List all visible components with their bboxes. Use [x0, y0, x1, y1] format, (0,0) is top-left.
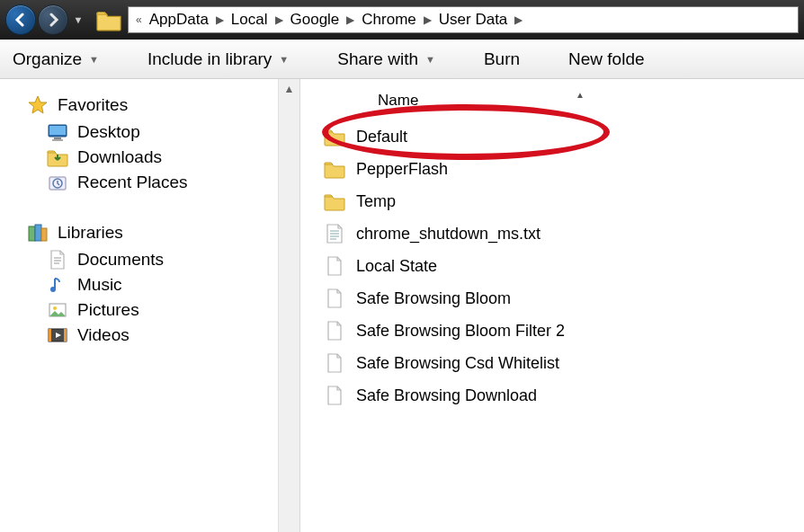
column-header-name[interactable]: Name ▲	[324, 86, 804, 120]
folder-icon	[95, 8, 122, 31]
share-with-button[interactable]: Share with▼	[337, 49, 435, 69]
libraries-icon	[27, 223, 49, 243]
sidebar-item-label: Music	[77, 275, 122, 295]
file-name: Safe Browsing Download	[356, 386, 537, 405]
chevron-right-icon: ▶	[514, 13, 523, 26]
chevron-down-icon: ▼	[89, 54, 99, 65]
file-row[interactable]: Local State	[324, 250, 804, 282]
breadcrumb-item[interactable]: Local	[226, 11, 273, 29]
arrow-left-icon	[13, 13, 28, 27]
desktop-icon	[47, 122, 68, 142]
sidebar-item-music[interactable]: Music	[47, 275, 269, 295]
burn-button[interactable]: Burn	[484, 49, 520, 69]
file-row[interactable]: Temp	[324, 185, 804, 217]
star-icon	[27, 95, 49, 115]
file-row[interactable]: chrome_shutdown_ms.txt	[324, 217, 804, 250]
command-toolbar: Organize▼ Include in library▼ Share with…	[0, 40, 804, 79]
file-icon	[324, 321, 345, 341]
pictures-icon	[47, 300, 68, 320]
chevron-down-icon: ▼	[279, 54, 289, 65]
column-header-label: Name	[378, 92, 418, 109]
downloads-icon	[47, 147, 68, 167]
file-name: Local State	[356, 257, 437, 276]
file-name: PepperFlash	[356, 160, 448, 179]
file-icon	[324, 288, 345, 308]
file-row[interactable]: PepperFlash	[324, 153, 804, 185]
file-name: Default	[356, 128, 407, 146]
history-dropdown[interactable]: ▼	[70, 4, 86, 35]
sidebar-item-label: Downloads	[77, 147, 162, 167]
file-row[interactable]: Safe Browsing Download	[324, 379, 804, 412]
breadcrumb[interactable]: « AppData▶ Local▶ Google▶ Chrome▶ User D…	[128, 6, 799, 33]
chevron-right-icon: ▶	[216, 13, 224, 26]
sidebar-item-videos[interactable]: Videos	[47, 325, 269, 345]
breadcrumb-item[interactable]: Chrome	[356, 11, 421, 29]
chevron-right-icon: ▶	[424, 13, 432, 26]
file-row[interactable]: Safe Browsing Bloom	[324, 282, 804, 315]
sidebar-item-label: Videos	[77, 325, 130, 345]
navigation-pane: Favorites Desktop Downloads Recent Place…	[0, 79, 279, 532]
organize-button[interactable]: Organize▼	[13, 49, 99, 69]
file-row[interactable]: Default	[324, 120, 804, 153]
sidebar-item-recent[interactable]: Recent Places	[47, 173, 269, 192]
file-icon	[324, 353, 345, 373]
sidebar-item-label: Recent Places	[77, 173, 188, 192]
breadcrumb-item[interactable]: AppData	[144, 11, 214, 29]
file-name: Safe Browsing Csd Whitelist	[356, 354, 559, 373]
chevron-right-icon: ▶	[346, 13, 354, 26]
back-button[interactable]	[5, 4, 36, 35]
favorites-group[interactable]: Favorites	[27, 95, 269, 115]
file-icon	[324, 256, 345, 276]
file-row[interactable]: Safe Browsing Bloom Filter 2	[324, 315, 804, 347]
sidebar-item-desktop[interactable]: Desktop	[47, 122, 269, 142]
sidebar-item-documents[interactable]: Documents	[47, 250, 269, 270]
scroll-up-icon[interactable]: ▲	[279, 79, 299, 99]
folder-icon	[324, 127, 345, 146]
file-icon	[324, 224, 345, 244]
file-name: Safe Browsing Bloom Filter 2	[356, 322, 565, 341]
file-name: Temp	[356, 192, 396, 211]
folder-icon	[324, 159, 345, 179]
libraries-group[interactable]: Libraries	[27, 223, 269, 243]
file-name: chrome_shutdown_ms.txt	[356, 225, 540, 244]
sort-caret-icon: ▲	[576, 90, 585, 100]
file-row[interactable]: Safe Browsing Csd Whitelist	[324, 347, 804, 379]
recent-icon	[47, 173, 68, 192]
favorites-label: Favorites	[58, 95, 128, 115]
sidebar-item-pictures[interactable]: Pictures	[47, 300, 269, 320]
libraries-label: Libraries	[58, 223, 123, 243]
sidebar-item-label: Pictures	[77, 300, 139, 320]
forward-button[interactable]	[38, 4, 68, 35]
chevron-right-icon: ▶	[275, 13, 283, 26]
chevron-down-icon: ▼	[425, 54, 435, 65]
include-in-library-button[interactable]: Include in library▼	[147, 49, 289, 69]
folder-icon	[324, 191, 345, 211]
file-icon	[324, 386, 345, 405]
sidebar-item-label: Documents	[77, 250, 164, 270]
sidebar-item-downloads[interactable]: Downloads	[47, 147, 269, 167]
newfolder-label: New folde	[568, 49, 645, 69]
file-name: Safe Browsing Bloom	[356, 289, 511, 308]
new-folder-button[interactable]: New folde	[568, 49, 645, 69]
arrow-right-icon	[46, 13, 60, 27]
file-list-pane: ▲ Name ▲ DefaultPepperFlashTempchrome_sh…	[279, 79, 804, 532]
music-icon	[47, 275, 68, 295]
navigation-bar: ▼ « AppData▶ Local▶ Google▶ Chrome▶ User…	[0, 0, 804, 40]
organize-label: Organize	[13, 49, 82, 69]
videos-icon	[47, 325, 68, 345]
breadcrumb-item[interactable]: User Data	[433, 11, 514, 29]
scrollbar[interactable]: ▲	[279, 79, 300, 532]
sidebar-item-label: Desktop	[77, 122, 140, 142]
breadcrumb-item[interactable]: Google	[285, 11, 345, 29]
overflow-chevron-icon[interactable]: «	[136, 13, 142, 26]
include-label: Include in library	[147, 49, 272, 69]
share-label: Share with	[337, 49, 418, 69]
burn-label: Burn	[484, 49, 520, 69]
documents-icon	[47, 250, 68, 270]
